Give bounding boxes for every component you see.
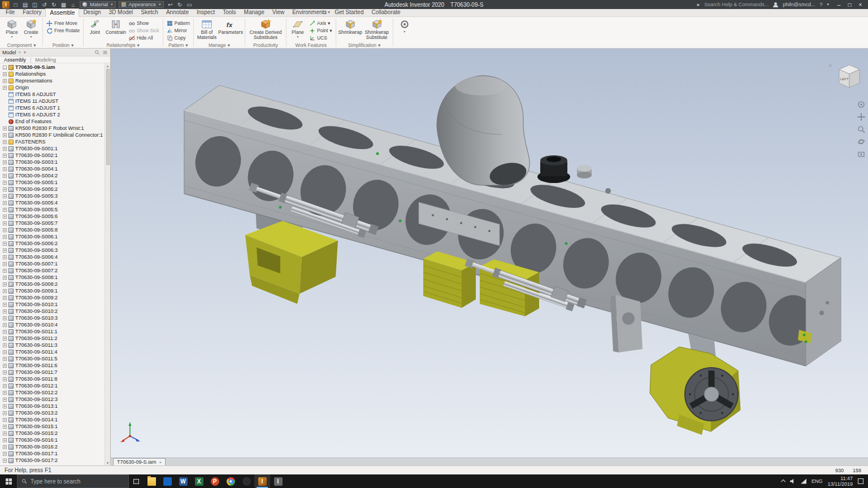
shrinkwrap-substitute-button[interactable]: Shrinkwrap Substitute <box>363 18 390 42</box>
zoom-icon[interactable] <box>857 125 865 133</box>
tray-chevron-up-icon[interactable] <box>781 480 785 484</box>
tree-expander-icon[interactable]: + <box>3 154 7 158</box>
component-group-label[interactable]: Component▾ <box>3 42 40 48</box>
ribbon-tab-file[interactable]: File <box>2 8 19 16</box>
tree-item[interactable]: +KR500 R2830 F Robot Wrist:1 <box>0 125 105 132</box>
tree-item[interactable]: +ITEMS 8 ADJUST <box>0 91 105 98</box>
tree-expander-icon[interactable]: + <box>3 86 7 90</box>
orbit-icon[interactable] <box>857 138 865 146</box>
ribbon-tab-sketch[interactable]: Sketch <box>137 8 162 16</box>
free-rotate-button[interactable]: Free Rotate <box>45 27 81 34</box>
viewcube[interactable]: LEFT <box>832 61 865 94</box>
tree-expander-icon[interactable]: + <box>3 72 7 76</box>
productivity-group-label[interactable]: Productivity <box>248 42 284 48</box>
shrinkwrap-button[interactable]: Shrinkwrap <box>338 18 362 42</box>
tree-item[interactable]: +T70630-09-S016:1 <box>0 437 105 443</box>
minimize-button[interactable]: – <box>834 0 844 9</box>
ribbon-display-toggle-icon[interactable]: ▭ ▾ <box>322 10 330 15</box>
tree-item[interactable]: +T70630-09-S005:1 <box>0 179 105 186</box>
tree-item[interactable]: +T70630-09-S009:2 <box>0 294 105 301</box>
tree-item[interactable]: +Representations <box>0 77 105 84</box>
tree-expander-icon[interactable]: + <box>3 316 7 320</box>
bill-of-materials-button[interactable]: Bill of Materials <box>196 18 218 42</box>
tree-expander-icon[interactable]: + <box>3 357 7 361</box>
update-icon[interactable]: ↻ <box>176 1 184 8</box>
tree-item[interactable]: +T70630-09-S011:4 <box>0 348 105 355</box>
tree-item[interactable]: +T70630-09-S005:8 <box>0 226 105 233</box>
volume-icon[interactable] <box>790 478 796 484</box>
tree-item[interactable]: +T70630-09-S015:1 <box>0 423 105 430</box>
maximize-button[interactable]: □ <box>844 0 855 9</box>
tree-expander-icon[interactable]: + <box>3 411 7 415</box>
tree-expander-icon[interactable]: + <box>3 459 7 463</box>
show-sick-button[interactable]: Show Sick <box>128 27 160 34</box>
tree-item[interactable]: +T70630-09-S005:3 <box>0 193 105 199</box>
tree-item[interactable]: +T70630-09-S007:1 <box>0 260 105 267</box>
tree-item[interactable]: -T70630-09-S.iam <box>0 64 105 71</box>
tree-item[interactable]: +T70630-09-S017:1 <box>0 450 105 457</box>
blue-app-icon[interactable] <box>159 474 175 488</box>
browser-tab-model[interactable]: Model <box>2 50 16 55</box>
close-icon[interactable]: × <box>159 460 162 465</box>
tree-item[interactable]: +T70630-09-S010:3 <box>0 315 105 321</box>
tree-item[interactable]: +T70630-09-S009:1 <box>0 287 105 294</box>
tree-expander-icon[interactable]: + <box>3 228 7 232</box>
tree-item[interactable]: +T70630-09-S004:2 <box>0 172 105 179</box>
tree-expander-icon[interactable]: + <box>3 188 7 191</box>
tree-item[interactable]: +T70630-09-S008:1 <box>0 274 105 281</box>
tree-item[interactable]: +T70630-09-S012:3 <box>0 396 105 403</box>
inventor-icon[interactable]: I <box>254 474 270 488</box>
redo-icon[interactable]: ↻ <box>50 1 58 8</box>
tree-expander-icon[interactable]: + <box>3 289 7 293</box>
close-icon[interactable]: × <box>19 50 21 55</box>
position-group-label[interactable]: Position▾ <box>45 42 81 48</box>
tree-expander-icon[interactable]: + <box>3 269 7 273</box>
place-button[interactable]: Place ▾ <box>3 18 21 42</box>
simplification-group-label[interactable]: Simplification▾ <box>338 42 390 48</box>
tree-item[interactable]: +T70630-09-S006:3 <box>0 247 105 254</box>
tree-item[interactable]: +ITEMS 6 ADJUST 2 <box>0 111 105 118</box>
mirror-button[interactable]: Mirror <box>166 27 191 34</box>
inventor-secondary-icon[interactable]: I <box>270 474 286 488</box>
language-indicator[interactable]: ENG <box>811 478 823 484</box>
create-derived-substitutes-button[interactable]: Create Derived Substitutes <box>248 18 284 42</box>
tree-expander-icon[interactable]: + <box>3 194 7 198</box>
start-button[interactable] <box>0 474 17 488</box>
joint-button[interactable]: Joint <box>86 18 104 42</box>
tree-item[interactable]: +T70630-09-S005:7 <box>0 220 105 226</box>
word-icon[interactable]: W <box>175 474 191 488</box>
tree-expander-icon[interactable]: + <box>3 445 7 449</box>
copy-button[interactable]: Copy <box>166 34 191 41</box>
tree-expander-icon[interactable]: + <box>3 201 7 205</box>
taskbar-search-input[interactable]: Type here to search <box>17 474 129 488</box>
work-features-group-label[interactable]: Work Features <box>289 42 333 48</box>
tree-item[interactable]: +T70630-09-S011:8 <box>0 376 105 382</box>
tree-item[interactable]: +T70630-09-S011:3 <box>0 342 105 348</box>
tree-expander-icon[interactable]: + <box>3 310 7 313</box>
tree-item[interactable]: +T70630-09-S014:1 <box>0 416 105 423</box>
relationships-group-label[interactable]: Relationships▾ <box>86 42 160 48</box>
parameters-button[interactable]: fx Parameters <box>219 18 242 42</box>
help-icon[interactable]: ? <box>819 2 822 7</box>
document-tab[interactable]: T70630-09-S.iam × <box>113 458 166 465</box>
tree-item[interactable]: +Origin <box>0 84 105 91</box>
tree-item[interactable]: +T70630-09-S012:1 <box>0 382 105 389</box>
search-icon[interactable] <box>94 50 100 55</box>
tree-expander-icon[interactable]: + <box>3 221 7 225</box>
tree-expander-icon[interactable]: + <box>3 140 7 144</box>
tree-expander-icon[interactable]: + <box>3 127 7 130</box>
new-file-icon[interactable]: □ <box>12 1 19 8</box>
tree-item[interactable]: +End of Features <box>0 118 105 125</box>
tree-item[interactable]: +T70630-09-S011:5 <box>0 355 105 362</box>
tree-expander-icon[interactable]: + <box>3 384 7 388</box>
tree-expander-icon[interactable]: + <box>3 242 7 246</box>
tree-item[interactable]: +T70630-09-S016:2 <box>0 443 105 450</box>
constrain-button[interactable]: Constrain <box>105 18 127 42</box>
manage-group-label[interactable]: Manage▾ <box>196 42 242 48</box>
clock[interactable]: 11:47 13/11/2019 <box>828 476 853 487</box>
ribbon-tab-3d-model[interactable]: 3D Model <box>105 8 137 16</box>
appearance-dropdown[interactable]: Appearance ▾ <box>119 1 164 8</box>
tree-item[interactable]: +T70630-09-S011:7 <box>0 369 105 376</box>
subtab-assembly[interactable]: Assembly <box>4 57 26 63</box>
tree-expander-icon[interactable]: + <box>3 371 7 374</box>
